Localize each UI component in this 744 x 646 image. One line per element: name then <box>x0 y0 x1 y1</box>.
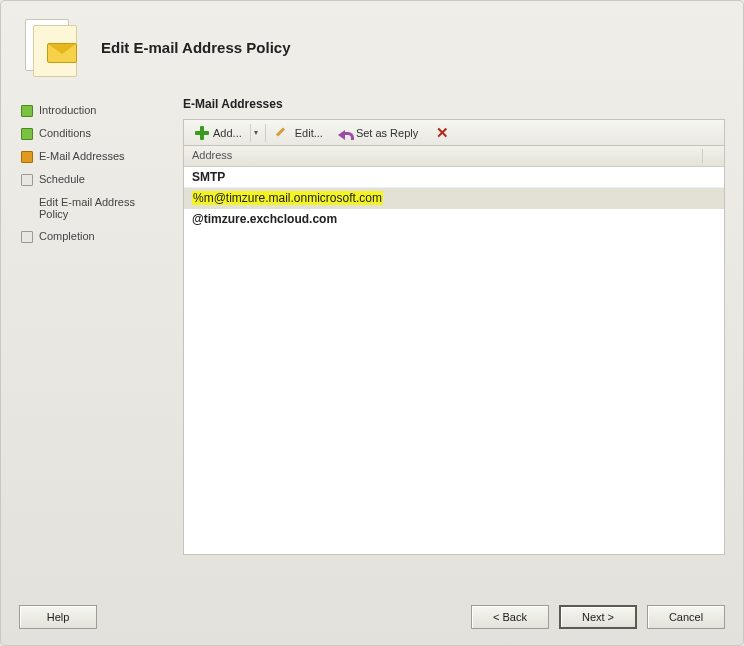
delete-icon: ✕ <box>432 125 453 140</box>
set-reply-button[interactable]: Set as Reply <box>331 122 424 144</box>
step-completion[interactable]: Completion <box>19 225 169 248</box>
step-label: Conditions <box>39 127 91 139</box>
address-list: Address SMTP %m@timzure.mail.onmicrosoft… <box>183 145 725 555</box>
column-header-gripper <box>702 149 716 163</box>
step-conditions[interactable]: Conditions <box>19 122 169 145</box>
step-label: Edit E-mail Address Policy <box>39 196 167 220</box>
back-button[interactable]: < Back <box>471 605 549 629</box>
step-label: Schedule <box>39 173 85 185</box>
add-label: Add... <box>213 127 242 139</box>
step-status-icon <box>21 197 33 209</box>
toolbar: Add... ▾ Edit... Set as Reply ✕ <box>183 119 725 145</box>
group-header-smtp[interactable]: SMTP <box>184 167 724 188</box>
edit-label: Edit... <box>295 127 323 139</box>
address-text: @timzure.exchcloud.com <box>192 212 337 226</box>
address-row[interactable]: @timzure.exchcloud.com <box>184 209 724 230</box>
plus-icon <box>194 125 210 141</box>
step-label: Introduction <box>39 104 96 116</box>
step-label: Completion <box>39 230 95 242</box>
step-status-icon <box>21 231 33 243</box>
main-panel: E-Mail Addresses Add... ▾ Edit... Set as… <box>183 97 725 555</box>
address-row[interactable]: %m@timzure.mail.onmicrosoft.com <box>184 188 724 209</box>
next-button[interactable]: Next > <box>559 605 637 629</box>
step-status-icon <box>21 151 33 163</box>
pencil-icon <box>276 125 292 141</box>
add-button[interactable]: Add... <box>188 122 248 144</box>
step-status-icon <box>21 128 33 140</box>
reply-icon <box>337 125 353 141</box>
window-title: Edit E-mail Address Policy <box>101 39 291 56</box>
step-edit-policy[interactable]: Edit E-mail Address Policy <box>19 191 169 225</box>
column-header-row[interactable]: Address <box>184 146 724 167</box>
step-schedule[interactable]: Schedule <box>19 168 169 191</box>
address-text: %m@timzure.mail.onmicrosoft.com <box>192 191 383 205</box>
column-header-address: Address <box>192 149 232 163</box>
content-area: Introduction Conditions E-Mail Addresses… <box>19 97 725 555</box>
step-sidebar: Introduction Conditions E-Mail Addresses… <box>19 97 169 555</box>
footer: Help < Back Next > Cancel <box>19 605 725 629</box>
header: Edit E-mail Address Policy <box>19 15 725 79</box>
step-email-addresses[interactable]: E-Mail Addresses <box>19 145 169 168</box>
step-label: E-Mail Addresses <box>39 150 125 162</box>
step-status-icon <box>21 105 33 117</box>
toolbar-separator <box>265 124 266 142</box>
policy-icon <box>19 15 83 79</box>
wizard-window: Edit E-mail Address Policy Introduction … <box>0 0 744 646</box>
cancel-button[interactable]: Cancel <box>647 605 725 629</box>
set-reply-label: Set as Reply <box>356 127 418 139</box>
section-title: E-Mail Addresses <box>183 97 725 111</box>
help-button[interactable]: Help <box>19 605 97 629</box>
delete-button[interactable]: ✕ <box>426 122 459 143</box>
step-status-icon <box>21 174 33 186</box>
step-introduction[interactable]: Introduction <box>19 99 169 122</box>
edit-button[interactable]: Edit... <box>270 122 329 144</box>
add-dropdown[interactable]: ▾ <box>250 124 261 142</box>
